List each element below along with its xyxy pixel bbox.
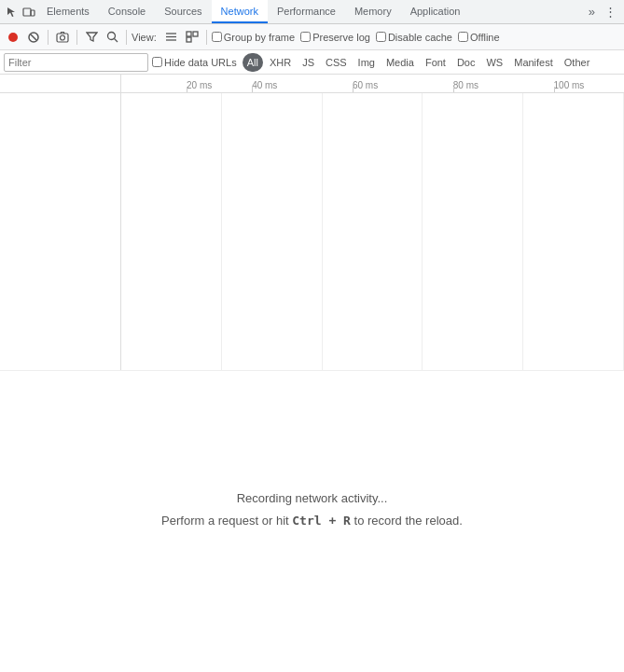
offline-checkbox[interactable] [458,32,468,42]
tab-performance[interactable]: Performance [268,0,345,23]
timeline-marker-80-ms: 80 ms [453,80,478,90]
hint-shortcut: Ctrl + R [292,514,351,528]
filter-type-all[interactable]: All [243,53,263,72]
filter-type-media[interactable]: Media [381,53,419,72]
device-toggle-icon[interactable] [21,4,37,21]
waterfall-col-2 [222,93,323,370]
timeline-tick [353,87,354,92]
filter-type-img[interactable]: Img [354,53,380,72]
disable-cache-checkbox-group: Disable cache [376,32,452,43]
recording-text: Recording network activity... [237,487,388,509]
filter-type-manifest[interactable]: Manifest [509,53,558,72]
record-button[interactable] [4,28,22,47]
devtools-icons [4,4,37,21]
waterfall-right [121,93,624,370]
group-by-frame-checkbox[interactable] [212,32,222,42]
waterfall-area [0,93,624,371]
search-button[interactable] [103,28,121,47]
timeline-marker-20-ms: 20 ms [187,80,212,90]
tab-memory[interactable]: Memory [345,0,401,23]
cursor-icon[interactable] [4,4,21,21]
disable-cache-checkbox[interactable] [376,32,386,42]
filter-input[interactable] [5,54,147,71]
toolbar-divider-2 [76,30,77,45]
timeline-tick [554,87,555,92]
timeline-marker-40-ms: 40 ms [252,80,277,90]
hide-data-urls-checkbox[interactable] [152,57,162,67]
devtools-menu-button[interactable]: ⋮ [601,3,620,21]
waterfall-col-1 [121,93,222,370]
tab-sources[interactable]: Sources [155,0,211,23]
tab-console[interactable]: Console [99,0,155,23]
filter-type-other[interactable]: Other [560,53,595,72]
more-tabs-button[interactable]: » [585,3,599,21]
waterfall-left [0,93,121,370]
filter-type-css[interactable]: CSS [321,53,352,72]
svg-rect-1 [31,10,35,16]
filter-bar: Hide data URLs AllXHRJSCSSImgMediaFontDo… [0,50,624,75]
screenshot-button[interactable] [53,28,72,47]
svg-line-4 [31,34,36,40]
hint-prefix: Perform a request or hit [161,514,292,528]
disable-cache-label[interactable]: Disable cache [388,32,452,43]
tab-elements[interactable]: Elements [37,0,99,23]
preserve-log-label[interactable]: Preserve log [312,32,370,43]
hide-data-urls-group: Hide data URLs [152,57,237,68]
tab-items-container: ElementsConsoleSourcesNetworkPerformance… [37,0,469,23]
timeline-tick [453,87,454,92]
preserve-log-checkbox[interactable] [300,32,311,42]
clear-button[interactable] [24,28,43,47]
filter-types: AllXHRJSCSSImgMediaFontDocWSManifestOthe… [243,53,596,72]
view-label: View: [132,32,157,43]
tab-bar: ElementsConsoleSourcesNetworkPerformance… [0,0,624,24]
toolbar-divider-4 [206,30,207,45]
timeline-tick [252,87,253,92]
toolbar-divider-1 [48,30,49,45]
filter-type-font[interactable]: Font [421,53,451,72]
network-panel: View: Group by fra [0,24,624,648]
timeline-spacer [0,75,121,92]
filter-type-xhr[interactable]: XHR [265,53,296,72]
waterfall-col-4 [423,93,523,370]
hide-data-urls-label[interactable]: Hide data URLs [164,57,237,68]
offline-checkbox-group: Offline [458,32,500,43]
tab-more: » ⋮ [585,3,620,21]
filter-input-wrapper [4,53,148,72]
svg-rect-0 [23,8,31,16]
svg-rect-14 [187,37,191,42]
toolbar-divider-3 [126,30,127,45]
svg-point-2 [8,33,18,42]
filter-type-doc[interactable]: Doc [452,53,480,72]
timeline-tick [187,87,187,92]
svg-rect-13 [193,32,198,36]
group-by-frame-checkbox-group: Group by frame [212,32,295,43]
waterfall-col-5 [523,93,624,370]
network-toolbar: View: Group by fra [0,24,624,50]
empty-state: Recording network activity... Perform a … [0,371,624,648]
svg-point-6 [61,35,65,40]
preserve-log-checkbox-group: Preserve log [300,32,370,43]
group-by-frame-label[interactable]: Group by frame [224,32,295,43]
timeline-markers: 20 ms40 ms60 ms80 ms100 ms [121,75,624,92]
hint-suffix: to record the reload. [351,514,463,528]
tab-network[interactable]: Network [212,0,268,23]
filter-type-ws[interactable]: WS [481,53,507,72]
timeline-marker-60-ms: 60 ms [353,80,378,90]
svg-rect-12 [187,32,191,36]
svg-rect-5 [57,34,68,42]
timeline-header: 20 ms40 ms60 ms80 ms100 ms [0,75,624,93]
filter-type-js[interactable]: JS [298,53,319,72]
tab-application[interactable]: Application [401,0,470,23]
filter-icon-button[interactable] [82,28,101,47]
group-view-button[interactable] [183,28,201,47]
svg-point-7 [107,33,115,40]
hint-text: Perform a request or hit Ctrl + R to rec… [161,510,463,531]
svg-line-8 [114,39,118,43]
offline-label[interactable]: Offline [470,32,500,43]
list-view-button[interactable] [162,28,181,47]
timeline-marker-100-ms: 100 ms [554,80,585,90]
waterfall-col-3 [323,93,423,370]
